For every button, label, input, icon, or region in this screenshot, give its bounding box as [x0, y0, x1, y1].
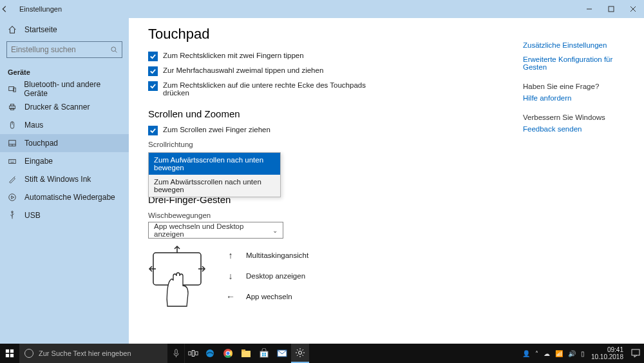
- sidebar: Startseite Geräte Bluetooth- und andere …: [0, 18, 129, 344]
- mic-icon[interactable]: [167, 349, 184, 358]
- svg-point-51: [299, 351, 302, 355]
- svg-rect-47: [265, 353, 267, 355]
- taskbar-app-store[interactable]: [255, 344, 273, 363]
- sidebar-item-printers[interactable]: Drucker & Scanner: [0, 98, 129, 116]
- usb-icon: [6, 210, 18, 221]
- volume-icon[interactable]: 🔊: [568, 350, 576, 357]
- checkbox-double-tap-drag[interactable]: Zur Mehrfachauswahl zweimal tippen und z…: [148, 66, 367, 76]
- sidebar-item-label: Touchpad: [24, 139, 58, 148]
- page-title: Touchpad: [148, 26, 631, 43]
- link-advanced-gestures[interactable]: Erweiterte Konfiguration für Gesten: [523, 55, 626, 71]
- arrow-down-icon: ↓: [224, 271, 237, 281]
- taskbar-clock[interactable]: 09:41 10.10.2018: [587, 346, 627, 360]
- printer-icon: [6, 101, 18, 113]
- sidebar-home[interactable]: Startseite: [0, 21, 129, 39]
- back-button[interactable]: [0, 5, 19, 14]
- sidebar-item-mouse[interactable]: Maus: [0, 116, 129, 134]
- taskbar-app-mail[interactable]: [273, 344, 291, 363]
- svg-rect-29: [6, 349, 9, 353]
- mouse-icon: [6, 119, 18, 131]
- touchpad-icon: [6, 137, 18, 149]
- battery-icon[interactable]: ▯: [581, 350, 585, 357]
- network-icon[interactable]: 📶: [555, 350, 563, 357]
- taskbar-search[interactable]: Zur Suche Text hier eingeben: [19, 344, 167, 363]
- svg-rect-44: [242, 349, 245, 351]
- gesture-down: ↓Desktop anzeigen: [224, 271, 308, 281]
- related-links: Zusätzliche Einstellungen Erweiterte Kon…: [523, 41, 626, 139]
- checkbox-label: Zum Rechtsklicken mit zwei Fingern tippe…: [163, 52, 304, 59]
- tray-chevron-up-icon[interactable]: ˄: [535, 350, 538, 357]
- dropdown-option-selected[interactable]: Zum Aufwärtsscrollen nach unten bewegen: [149, 153, 280, 175]
- sidebar-item-label: Drucker & Scanner: [24, 103, 90, 112]
- taskbar-app-chrome[interactable]: [219, 344, 237, 363]
- link-additional-settings[interactable]: Zusätzliche Einstellungen: [523, 41, 626, 49]
- sidebar-item-pen[interactable]: Stift & Windows Ink: [0, 170, 129, 188]
- sidebar-item-label: Maus: [24, 121, 43, 130]
- svg-rect-34: [188, 351, 191, 355]
- svg-rect-36: [195, 351, 198, 355]
- scroll-direction-dropdown-open[interactable]: Zum Aufwärtsscrollen nach unten bewegen …: [148, 152, 281, 197]
- people-icon[interactable]: 👤: [522, 350, 530, 357]
- taskbar-app-explorer[interactable]: [237, 344, 255, 363]
- svg-rect-1: [609, 6, 614, 12]
- svg-rect-33: [175, 349, 177, 354]
- svg-rect-45: [260, 351, 268, 357]
- svg-rect-46: [262, 353, 264, 355]
- checkbox-checked-icon: [148, 66, 158, 76]
- taskbar-app-settings[interactable]: [291, 344, 309, 363]
- sidebar-item-autoplay[interactable]: Automatische Wiedergabe: [0, 188, 129, 206]
- search-input[interactable]: [11, 45, 110, 54]
- checkbox-rightclick-corner[interactable]: Zum Rechtsklicken auf die untere rechte …: [148, 81, 367, 97]
- system-tray[interactable]: 👤 ˄ ☁ 📶 🔊 ▯ 09:41 10.10.2018: [520, 346, 644, 360]
- content-area: Touchpad Zum Rechtsklicken mit zwei Fing…: [129, 18, 644, 344]
- checkbox-rightclick-two-finger[interactable]: Zum Rechtsklicken mit zwei Fingern tippe…: [148, 52, 367, 61]
- svg-point-21: [9, 194, 16, 201]
- touchpad-illustration: [148, 245, 206, 312]
- sidebar-item-usb[interactable]: USB: [0, 206, 129, 224]
- link-get-help[interactable]: Hilfe anfordern: [523, 94, 626, 102]
- sidebar-item-label: Bluetooth- und andere Geräte: [24, 80, 122, 98]
- devices-icon: [6, 83, 17, 95]
- title-bar: Einstellungen: [0, 0, 644, 18]
- svg-rect-35: [192, 351, 194, 357]
- dropdown-option[interactable]: Zum Abwärtsscrollen nach unten bewegen: [149, 175, 280, 197]
- minimize-button[interactable]: [578, 0, 600, 18]
- sidebar-search[interactable]: [6, 41, 122, 58]
- arrow-left-icon: ←: [224, 291, 237, 302]
- cortana-icon: [24, 349, 33, 358]
- maximize-button[interactable]: [600, 0, 622, 18]
- chevron-down-icon: ⌄: [272, 227, 278, 234]
- svg-rect-9: [10, 104, 14, 106]
- gesture-left: ←App wechseln: [224, 291, 308, 302]
- swipe-dropdown[interactable]: App wechseln und Desktop anzeigen ⌄: [148, 222, 283, 239]
- sidebar-item-typing[interactable]: Eingabe: [0, 152, 129, 170]
- pen-icon: [6, 173, 18, 185]
- sidebar-item-label: USB: [24, 211, 41, 220]
- sidebar-group-label: Geräte: [0, 62, 129, 80]
- svg-rect-52: [632, 349, 639, 355]
- onedrive-icon[interactable]: ☁: [544, 350, 550, 357]
- question-header: Haben Sie eine Frage?: [523, 83, 626, 90]
- taskbar-app-edge[interactable]: [201, 344, 219, 363]
- sidebar-home-label: Startseite: [24, 25, 57, 34]
- task-view-button[interactable]: [184, 344, 201, 363]
- svg-point-4: [111, 47, 116, 52]
- checkbox-label: Zur Mehrfachauswahl zweimal tippen und z…: [163, 66, 323, 74]
- checkbox-label: Zum Rechtsklicken auf die untere rechte …: [163, 81, 367, 97]
- sidebar-item-label: Stift & Windows Ink: [24, 175, 91, 184]
- gesture-up: ↑Multitaskingansicht: [224, 250, 308, 260]
- sidebar-item-touchpad[interactable]: Touchpad: [0, 134, 129, 152]
- scroll-direction-label: Scrollrichtung: [148, 141, 631, 148]
- search-icon: [110, 46, 118, 54]
- svg-rect-30: [10, 349, 14, 353]
- play-icon: [6, 191, 18, 203]
- svg-rect-43: [242, 351, 251, 357]
- start-button[interactable]: [0, 344, 19, 363]
- close-button[interactable]: [622, 0, 644, 18]
- action-center-icon[interactable]: [627, 349, 644, 358]
- checkbox-two-finger-scroll[interactable]: Zum Scrollen zwei Finger ziehen: [148, 126, 367, 135]
- dropdown-value: App wechseln und Desktop anzeigen: [154, 222, 272, 238]
- swipe-label: Wischbewegungen: [148, 211, 631, 219]
- link-feedback[interactable]: Feedback senden: [523, 125, 626, 133]
- sidebar-item-bluetooth[interactable]: Bluetooth- und andere Geräte: [0, 80, 129, 98]
